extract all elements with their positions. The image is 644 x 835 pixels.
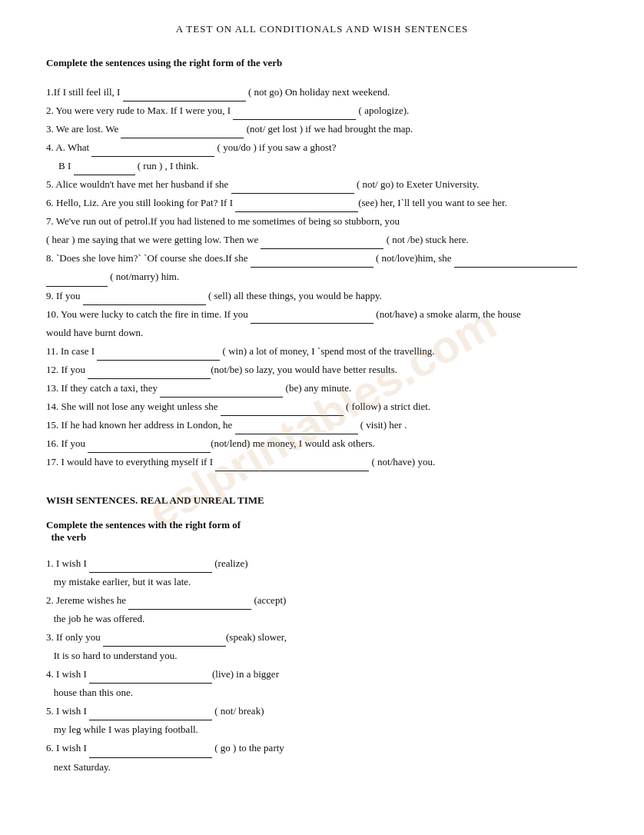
blank-13 — [160, 387, 283, 398]
wish-blank-5 — [89, 710, 212, 720]
blank-10 — [251, 313, 373, 324]
blank-8b — [454, 257, 577, 268]
sentence-11: 11. In case I ( win) a lot of money, I `… — [46, 342, 598, 361]
sentence-13: 13. If they catch a taxi, they (be) any … — [46, 379, 598, 398]
wish-blank-4 — [89, 673, 212, 684]
wish-blank-3 — [103, 636, 226, 647]
sentence-9: 9. If you ( sell) all these things, you … — [46, 287, 598, 305]
blank-1 — [123, 91, 246, 101]
blank-4a — [91, 146, 214, 157]
wish-2a: 2. Jereme wishes he (accept) — [46, 591, 598, 610]
sentence-15: 15. If he had known her address in Londo… — [46, 416, 598, 434]
section1-sentences: 1.If I still feel ill, I ( not go) On ho… — [46, 83, 598, 471]
blank-9 — [83, 294, 206, 305]
sentence-12: 12. If you (not/be) so lazy, you would h… — [46, 361, 598, 379]
wish-3a: 3. If only you (speak) slower, — [46, 628, 598, 647]
wish-5b: my leg while I was playing football. — [46, 720, 598, 739]
sentence-14: 14. She will not lose any weight unless … — [46, 398, 598, 416]
blank-2 — [233, 109, 356, 120]
blank-3 — [121, 128, 244, 138]
wish-4b: house than this one. — [46, 684, 598, 702]
sentence-1: 1.If I still feel ill, I ( not go) On ho… — [46, 83, 598, 101]
sentence-7b: ( hear ) me saying that we were getting … — [46, 231, 598, 249]
blank-4b — [74, 165, 135, 175]
section1-instruction: Complete the sentences using the right f… — [46, 57, 598, 69]
blank-6 — [235, 201, 358, 212]
wish-blank-1 — [89, 562, 212, 573]
sentence-6: 6. Hello, Liz. Are you still looking for… — [46, 194, 598, 212]
blank-14 — [221, 405, 344, 416]
sentence-16: 16. If you (not/lend) me money, I would … — [46, 434, 598, 453]
sentence-8a: 8. `Does she love him?` `Of course she d… — [46, 249, 598, 268]
wish-4a: 4. I wish I (live) in a bigger — [46, 665, 598, 684]
sentence-3: 3. We are lost. We (not/ get lost ) if w… — [46, 120, 598, 138]
section2-sentences: 1. I wish I (realize) my mistake earlier… — [46, 554, 598, 777]
wish-6b: next Saturday. — [46, 758, 598, 777]
sentence-10a: 10. You were lucky to catch the fire in … — [46, 305, 598, 324]
wish-6a: 6. I wish I ( go ) to the party — [46, 739, 598, 757]
wish-1a: 1. I wish I (realize) — [46, 554, 598, 573]
sentence-4a: 4. A. What ( you/do ) if you saw a ghost… — [46, 138, 598, 157]
blank-7 — [261, 238, 383, 249]
blank-17 — [215, 461, 369, 471]
sentence-4b: B I ( run ) , I think. — [58, 157, 598, 175]
wish-3b: It is so hard to understand you. — [46, 647, 598, 665]
sentence-5: 5. Alice wouldn't have met her husband i… — [46, 175, 598, 194]
blank-12 — [88, 368, 211, 379]
blank-11 — [97, 350, 220, 361]
blank-15 — [235, 424, 358, 434]
section2-title: WISH SENTENCES. REAL AND UNREAL TIME — [46, 494, 598, 507]
sentence-8b: ( not/marry) him. — [46, 268, 598, 286]
blank-8c — [46, 276, 108, 287]
wish-2b: the job he was offered. — [46, 610, 598, 628]
sentence-17: 17. I would have to everything myself if… — [46, 453, 598, 471]
wish-1b: my mistake earlier, but it was late. — [46, 573, 598, 591]
wish-5a: 5. I wish I ( not/ break) — [46, 702, 598, 720]
sentence-10b: would have burnt down. — [46, 324, 598, 342]
page-title: A TEST ON ALL CONDITIONALS AND WISH SENT… — [46, 23, 598, 35]
sentence-7a: 7. We've run out of petrol.If you had li… — [46, 212, 598, 231]
section2-instruction: Complete the sentences with the right fo… — [46, 519, 598, 544]
blank-5 — [231, 183, 354, 194]
blank-16 — [88, 442, 211, 453]
wish-blank-6 — [89, 747, 212, 758]
wish-blank-2 — [128, 599, 251, 610]
blank-8a — [251, 257, 373, 268]
sentence-2: 2. You were very rude to Max. If I were … — [46, 101, 598, 120]
